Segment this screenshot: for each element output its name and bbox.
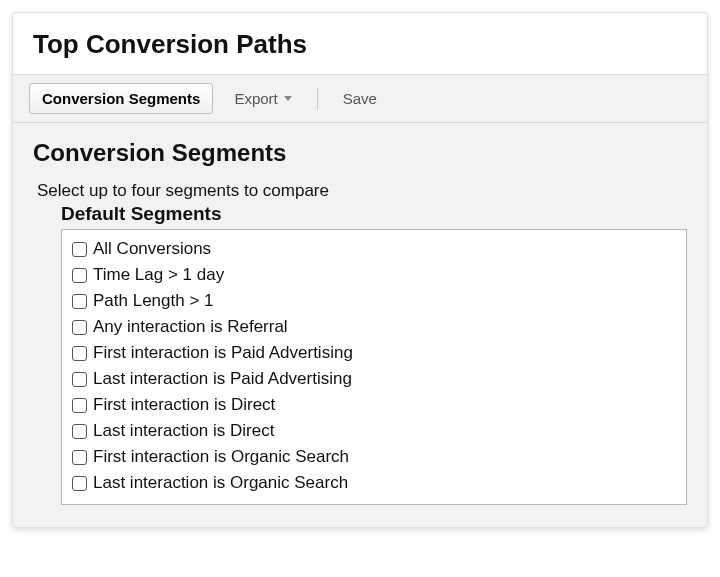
segment-label: Last interaction is Organic Search [93,473,348,493]
segment-option[interactable]: First interaction is Direct [72,392,676,418]
report-card: Top Conversion Paths Conversion Segments… [12,12,708,528]
checkbox-icon [72,476,87,491]
segments-group-title: Default Segments [61,203,687,225]
segment-option[interactable]: First interaction is Organic Search [72,444,676,470]
export-button[interactable]: Export [221,83,304,114]
checkbox-icon [72,450,87,465]
segment-option[interactable]: Any interaction is Referral [72,314,676,340]
export-label: Export [234,90,277,107]
checkbox-icon [72,320,87,335]
segment-option[interactable]: Path Length > 1 [72,288,676,314]
segment-option[interactable]: Last interaction is Organic Search [72,470,676,496]
checkbox-icon [72,268,87,283]
segment-option[interactable]: Last interaction is Paid Advertising [72,366,676,392]
caret-down-icon [284,96,292,101]
segment-option[interactable]: First interaction is Paid Advertising [72,340,676,366]
checkbox-icon [72,346,87,361]
save-button[interactable]: Save [330,83,390,114]
segment-option[interactable]: Last interaction is Direct [72,418,676,444]
checkbox-icon [72,424,87,439]
segment-label: Time Lag > 1 day [93,265,224,285]
checkbox-icon [72,294,87,309]
toolbar-divider [317,88,318,110]
conversion-segments-label: Conversion Segments [42,90,200,107]
checkbox-icon [72,398,87,413]
checkbox-icon [72,372,87,387]
segment-label: Last interaction is Paid Advertising [93,369,352,389]
segment-label: All Conversions [93,239,211,259]
toolbar: Conversion Segments Export Save [13,74,707,123]
segment-label: Path Length > 1 [93,291,214,311]
panel-title: Conversion Segments [33,139,687,167]
segments-panel: Conversion Segments Select up to four se… [13,123,707,527]
segment-label: First interaction is Paid Advertising [93,343,353,363]
segment-label: Any interaction is Referral [93,317,288,337]
conversion-segments-button[interactable]: Conversion Segments [29,83,213,114]
segments-list: All Conversions Time Lag > 1 day Path Le… [61,229,687,505]
save-label: Save [343,90,377,107]
segment-label: First interaction is Organic Search [93,447,349,467]
panel-instruction: Select up to four segments to compare [37,181,687,201]
segment-option[interactable]: Time Lag > 1 day [72,262,676,288]
segment-label: First interaction is Direct [93,395,275,415]
checkbox-icon [72,242,87,257]
segment-label: Last interaction is Direct [93,421,274,441]
page-title: Top Conversion Paths [13,13,707,74]
segment-option[interactable]: All Conversions [72,236,676,262]
